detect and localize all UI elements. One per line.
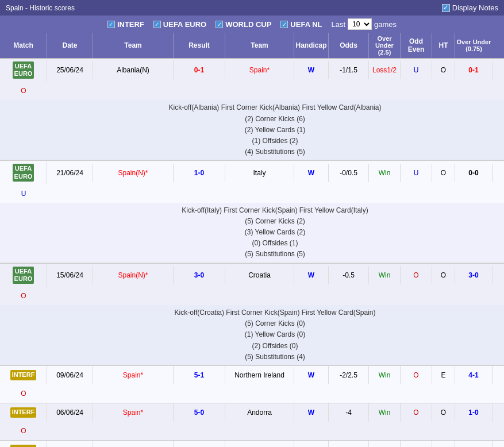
odd-even-cell: O bbox=[432, 403, 455, 422]
score-cell[interactable]: 5-1 bbox=[174, 366, 225, 384]
competition-cell: UEFA EURO bbox=[0, 264, 47, 287]
col-odds: Odds bbox=[329, 33, 369, 58]
competition-badge: INTERF bbox=[10, 407, 37, 417]
odds-cell: Loss1/2 bbox=[369, 61, 401, 79]
odd-even-cell: O bbox=[432, 164, 455, 182]
col-result: Result bbox=[174, 33, 225, 58]
last-select[interactable]: 51015202530 bbox=[348, 18, 372, 30]
odds-cell: Win bbox=[369, 366, 401, 384]
col-team2: Team bbox=[225, 33, 294, 58]
team2-cell: Andorra bbox=[225, 403, 294, 422]
wdl-cell: W bbox=[294, 164, 329, 182]
match-group: INTERF09/06/24Spain*5-1Northern IrelandW… bbox=[0, 366, 504, 403]
team1-cell: Spain(N)* bbox=[93, 164, 174, 182]
team1-cell: Spain* bbox=[93, 366, 174, 384]
display-notes-label: Display Notes bbox=[452, 3, 498, 12]
handicap-cell: -0 bbox=[329, 441, 369, 447]
column-headers: Match Date Team Result Team Handicap Odd… bbox=[0, 33, 504, 59]
team2-cell: Northern Ireland bbox=[225, 366, 294, 384]
competition-badge: INTERF bbox=[10, 370, 37, 380]
notes-row: Kick-off(Italy) First Corner Kick(Spain)… bbox=[0, 203, 504, 263]
odd-even-cell: E bbox=[432, 366, 455, 384]
handicap-cell: -4 bbox=[329, 403, 369, 422]
wdl-cell: W bbox=[294, 366, 329, 384]
match-group: INTERF27/03/24Spain*3-3BrazilD-0DrawOE2-… bbox=[0, 441, 504, 447]
ht-cell: 0-0 bbox=[455, 164, 493, 182]
match-group: UEFA EURO25/06/24Albania(N)0-1Spain*W-1/… bbox=[0, 59, 504, 161]
date-cell: 06/06/24 bbox=[47, 403, 93, 422]
match-group: UEFA EURO21/06/24Spain(N)*1-0ItalyW-0/0.… bbox=[0, 161, 504, 263]
over-under-075-cell: O bbox=[0, 422, 47, 440]
over-under-075-cell: U bbox=[0, 184, 47, 203]
date-cell: 09/06/24 bbox=[47, 366, 93, 384]
team1-cell: Spain* bbox=[93, 441, 174, 447]
filter-item-interf[interactable]: ✓INTERF bbox=[107, 20, 144, 29]
over-under-25-cell: U bbox=[401, 61, 432, 79]
filter-item-uefa-euro[interactable]: ✓UEFA EURO bbox=[153, 20, 206, 29]
wdl-cell: D bbox=[294, 441, 329, 447]
handicap-cell: -1/1.5 bbox=[329, 61, 369, 79]
table-row: UEFA EURO21/06/24Spain(N)*1-0ItalyW-0/0.… bbox=[0, 161, 504, 202]
filter-last: Last51015202530games bbox=[332, 18, 397, 30]
competition-cell: INTERF bbox=[0, 403, 47, 422]
table-row: INTERF09/06/24Spain*5-1Northern IrelandW… bbox=[0, 366, 504, 403]
odd-even-cell: O bbox=[432, 266, 455, 284]
over-under-25-cell: O bbox=[401, 441, 432, 447]
ht-cell: 4-1 bbox=[455, 366, 493, 384]
competition-cell: UEFA EURO bbox=[0, 59, 47, 82]
col-match: Match bbox=[0, 33, 47, 58]
team2-cell: Spain* bbox=[225, 61, 294, 79]
games-label: games bbox=[374, 20, 397, 29]
score-cell[interactable]: 5-0 bbox=[174, 403, 225, 422]
table-row: UEFA EURO25/06/24Albania(N)0-1Spain*W-1/… bbox=[0, 59, 504, 100]
table-row: INTERF27/03/24Spain*3-3BrazilD-0DrawOE2-… bbox=[0, 441, 504, 447]
score-cell[interactable]: 1-0 bbox=[174, 164, 225, 182]
odds-cell: Win bbox=[369, 403, 401, 422]
handicap-cell: -2/2.5 bbox=[329, 366, 369, 384]
competition-cell: UEFA EURO bbox=[0, 161, 47, 184]
odds-cell: Win bbox=[369, 164, 401, 182]
match-group: INTERF06/06/24Spain*5-0AndorraW-4WinOO1-… bbox=[0, 403, 504, 441]
odds-cell: Win bbox=[369, 266, 401, 284]
competition-cell: INTERF bbox=[0, 366, 47, 384]
wdl-cell: W bbox=[294, 266, 329, 284]
match-table: UEFA EURO25/06/24Albania(N)0-1Spain*W-1/… bbox=[0, 59, 504, 447]
odd-even-cell: O bbox=[432, 61, 455, 79]
handicap-cell: -0.5 bbox=[329, 266, 369, 284]
filter-bar: ✓INTERF✓UEFA EURO✓WORLD CUP✓UEFA NLLast5… bbox=[0, 16, 504, 33]
over-under-075-cell: O bbox=[0, 287, 47, 305]
team1-cell: Spain(N)* bbox=[93, 266, 174, 284]
competition-badge: UEFA EURO bbox=[13, 267, 34, 284]
col-over-under-25: Over Under (2.5) bbox=[369, 33, 401, 58]
over-under-25-cell: O bbox=[401, 403, 432, 422]
filter-item-world-cup[interactable]: ✓WORLD CUP bbox=[216, 20, 271, 29]
col-odd-even: Odd Even bbox=[401, 33, 432, 58]
ht-cell: 3-0 bbox=[455, 266, 493, 284]
notes-row: Kick-off(Albania) First Corner Kick(Alba… bbox=[0, 100, 504, 160]
col-team1: Team bbox=[93, 33, 174, 58]
score-cell[interactable]: 3-0 bbox=[174, 266, 225, 284]
header: Spain - Historic scores ✓ Display Notes bbox=[0, 0, 504, 16]
team1-cell: Albania(N) bbox=[93, 61, 174, 79]
ht-cell: 0-1 bbox=[455, 61, 493, 79]
over-under-25-cell: O bbox=[401, 366, 432, 384]
col-ht: HT bbox=[432, 33, 455, 58]
over-under-075-cell: O bbox=[0, 384, 47, 403]
date-cell: 27/03/24 bbox=[47, 441, 93, 447]
ht-cell: 2-1 bbox=[455, 441, 493, 447]
display-notes-checkbox[interactable]: ✓ bbox=[442, 4, 450, 12]
filter-item-uefa-nl[interactable]: ✓UEFA NL bbox=[280, 20, 322, 29]
competition-badge: UEFA EURO bbox=[13, 61, 34, 79]
competition-badge: UEFA EURO bbox=[13, 164, 34, 181]
match-group: UEFA EURO15/06/24Spain(N)*3-0CroatiaW-0.… bbox=[0, 264, 504, 366]
over-under-25-cell: O bbox=[401, 266, 432, 284]
score-cell[interactable]: 3-3 bbox=[174, 441, 225, 447]
team2-cell: Italy bbox=[225, 164, 294, 182]
date-cell: 25/06/24 bbox=[47, 61, 93, 79]
odd-even-cell: E bbox=[432, 441, 455, 447]
display-notes-toggle[interactable]: ✓ Display Notes bbox=[442, 3, 498, 12]
score-cell[interactable]: 0-1 bbox=[174, 61, 225, 79]
date-cell: 15/06/24 bbox=[47, 266, 93, 284]
wdl-cell: W bbox=[294, 403, 329, 422]
over-under-075-cell: O bbox=[0, 82, 47, 100]
